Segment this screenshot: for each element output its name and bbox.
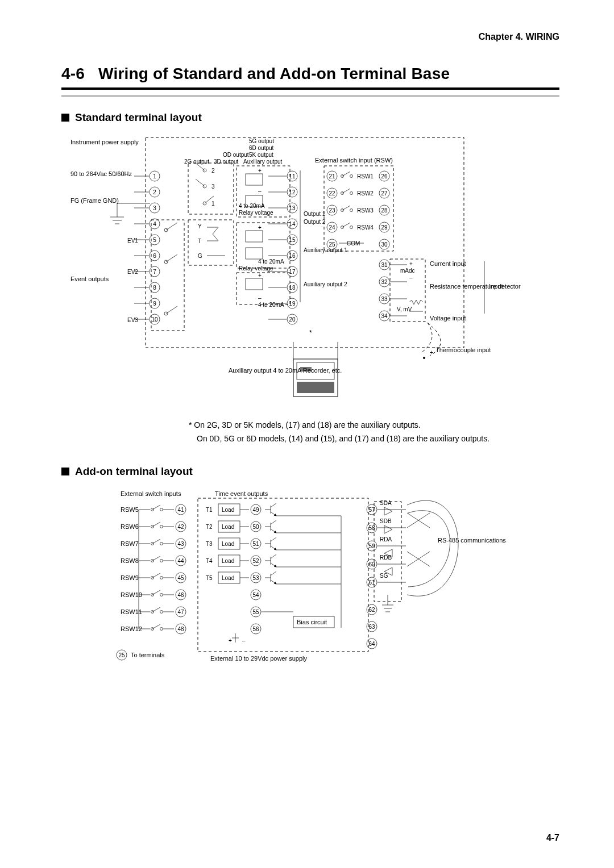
rule-heavy [61, 87, 559, 90]
svg-text:5G output: 5G output [249, 138, 274, 144]
svg-text:+: + [409, 261, 413, 267]
svg-text:Load: Load [222, 507, 234, 513]
svg-text:EV1: EV1 [127, 237, 138, 244]
svg-text:59: 59 [368, 542, 375, 549]
svg-line-46 [166, 306, 177, 314]
svg-text:External switch input (RSW): External switch input (RSW) [315, 157, 393, 164]
svg-text:4 to 20mA: 4 to 20mA [239, 203, 265, 209]
svg-text:30: 30 [381, 241, 388, 248]
svg-text:Load: Load [222, 524, 234, 530]
svg-text:RSW9: RSW9 [121, 574, 139, 581]
svg-rect-76 [246, 278, 263, 290]
subhead-standard: Standard terminal layout [61, 111, 559, 124]
svg-text:34: 34 [381, 313, 388, 319]
svg-text:9: 9 [153, 301, 156, 307]
note-1: * On 2G, 3D or 5K models, (17) and (18) … [189, 419, 559, 431]
svg-text:6D output: 6D output [249, 145, 274, 151]
svg-text:3: 3 [211, 183, 215, 190]
svg-text:mAdc: mAdc [400, 268, 415, 274]
rsw-switches [341, 172, 353, 229]
svg-text:Auxiliary output 4 to 20mA Rec: Auxiliary output 4 to 20mA Recorder, etc… [229, 367, 342, 374]
top-output-labels: 5G output 6D output OD output 5K output … [184, 138, 283, 165]
svg-line-307 [271, 554, 276, 558]
svg-text:RSW8: RSW8 [121, 557, 139, 564]
svg-point-245 [160, 593, 163, 596]
label-ext-ps: External 10 to 29Vdc power supply [210, 655, 307, 662]
svg-text:OD output: OD output [223, 152, 249, 158]
svg-text:+: + [229, 637, 232, 644]
recorder-icon: Auxiliary output 4 to 20mA Recorder, etc… [229, 342, 342, 397]
teo-rows: T1Load49T2Load50T3Load51T4Load52T5Load53… [206, 503, 341, 634]
svg-text:–: – [409, 274, 413, 281]
svg-text:Relay voltage: Relay voltage [239, 210, 273, 216]
svg-point-261 [160, 627, 163, 630]
svg-text:T4: T4 [206, 558, 213, 564]
svg-text:55: 55 [252, 608, 259, 615]
svg-text:61: 61 [368, 579, 375, 585]
svg-text:+: + [430, 349, 433, 356]
svg-line-317 [271, 571, 276, 575]
svg-text:6: 6 [153, 253, 156, 259]
svg-text:46: 46 [177, 591, 184, 598]
svg-text:51: 51 [252, 540, 259, 546]
svg-text:12: 12 [289, 189, 296, 195]
bullet-square-icon [61, 114, 69, 122]
svg-text:10: 10 [151, 316, 158, 323]
svg-point-237 [160, 576, 163, 579]
blank-rows: 626364 [367, 604, 377, 649]
svg-text:50: 50 [252, 523, 259, 529]
svg-rect-192 [297, 382, 334, 393]
ytg-block: Y T G [188, 220, 234, 265]
svg-line-246 [152, 590, 160, 595]
svg-line-278 [271, 512, 276, 516]
svg-text:EV2: EV2 [127, 269, 138, 275]
svg-point-129 [350, 192, 353, 195]
svg-text:Load: Load [222, 558, 234, 564]
svg-text:29: 29 [381, 224, 388, 231]
svg-text:63: 63 [368, 623, 375, 629]
svg-text:RDA: RDA [380, 536, 392, 542]
svg-line-44 [166, 254, 177, 262]
svg-text:–: – [242, 637, 246, 644]
svg-text:EV3: EV3 [127, 317, 138, 323]
section-number: 4-6 [61, 65, 85, 82]
svg-line-277 [271, 503, 276, 507]
svg-text:31: 31 [381, 262, 388, 268]
svg-text:60: 60 [368, 561, 375, 567]
svg-text:16: 16 [289, 253, 296, 259]
svg-text:49: 49 [252, 506, 259, 512]
svg-text:COM: COM [347, 240, 360, 247]
svg-text:25: 25 [118, 652, 125, 658]
svg-text:33: 33 [381, 296, 388, 302]
rsw-rows: RSW541RSW642RSW743RSW844RSW945RSW1046RSW… [121, 504, 186, 634]
svg-text:24: 24 [329, 224, 335, 231]
subhead-addon-text: Add-on terminal layout [75, 465, 193, 478]
svg-text:47: 47 [177, 608, 184, 615]
svg-text:–: – [258, 188, 262, 194]
section-title: 4-6 Wiring of Standard and Add-on Termin… [61, 65, 559, 83]
svg-rect-1 [146, 137, 464, 348]
svg-text:Auxiliary output 1: Auxiliary output 1 [304, 247, 347, 253]
svg-text:RSW4: RSW4 [357, 224, 374, 231]
out-blocks: + – 4 to 20mA Relay voltage + 4 to 20mA … [237, 166, 290, 308]
svg-point-132 [350, 209, 353, 212]
svg-line-130 [342, 189, 350, 193]
svg-text:45: 45 [177, 574, 184, 581]
svg-text:14: 14 [289, 221, 296, 227]
rsw-block: External switch input (RSW) [315, 157, 393, 251]
svg-text:+: + [258, 168, 262, 174]
svg-text:T1: T1 [206, 507, 213, 513]
svg-text:27: 27 [381, 190, 388, 197]
svg-text:+: + [258, 272, 262, 278]
ps-block: 2 3 1 [188, 163, 234, 214]
svg-line-230 [152, 556, 160, 561]
svg-text:20: 20 [289, 316, 296, 323]
svg-text:43: 43 [177, 540, 184, 546]
ground-icon [110, 203, 150, 224]
svg-text:+: + [258, 224, 262, 231]
svg-text:26: 26 [381, 173, 388, 180]
svg-text:44: 44 [177, 557, 184, 564]
svg-line-298 [271, 546, 276, 550]
svg-text:2: 2 [153, 189, 156, 195]
rule-light [61, 95, 559, 97]
